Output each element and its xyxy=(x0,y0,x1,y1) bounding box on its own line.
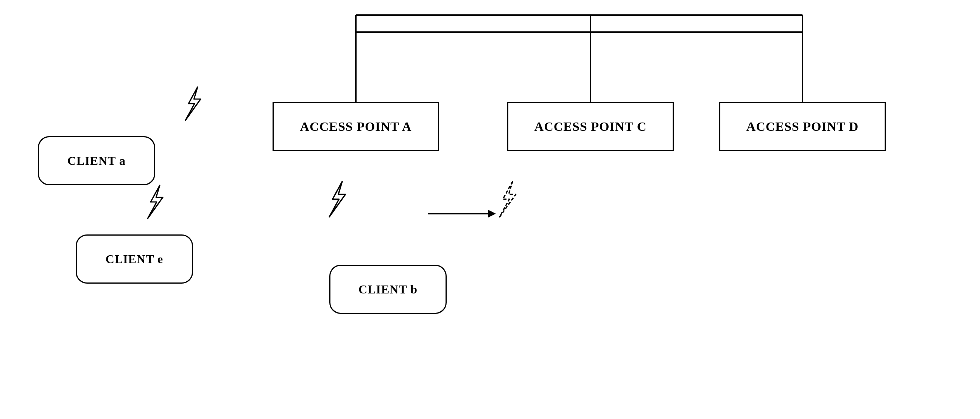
client-b: CLIENT b xyxy=(329,265,447,314)
client-a-label: CLIENT a xyxy=(67,154,126,168)
access-point-d: ACCESS POINT D xyxy=(719,102,886,151)
ap-d-label: ACCESS POINT D xyxy=(746,119,859,134)
diagram-container: ACCESS POINT A ACCESS POINT C ACCESS POI… xyxy=(0,0,980,419)
ap-a-label: ACCESS POINT A xyxy=(300,119,412,134)
ap-c-label: ACCESS POINT C xyxy=(535,119,647,134)
client-e-label: CLIENT e xyxy=(106,252,163,266)
client-a: CLIENT a xyxy=(38,136,155,185)
access-point-a: ACCESS POINT A xyxy=(272,102,439,151)
svg-marker-11 xyxy=(488,210,496,217)
client-b-label: CLIENT b xyxy=(358,283,417,297)
diagram-svg xyxy=(0,0,980,419)
access-point-c: ACCESS POINT C xyxy=(507,102,674,151)
client-e: CLIENT e xyxy=(76,235,193,284)
